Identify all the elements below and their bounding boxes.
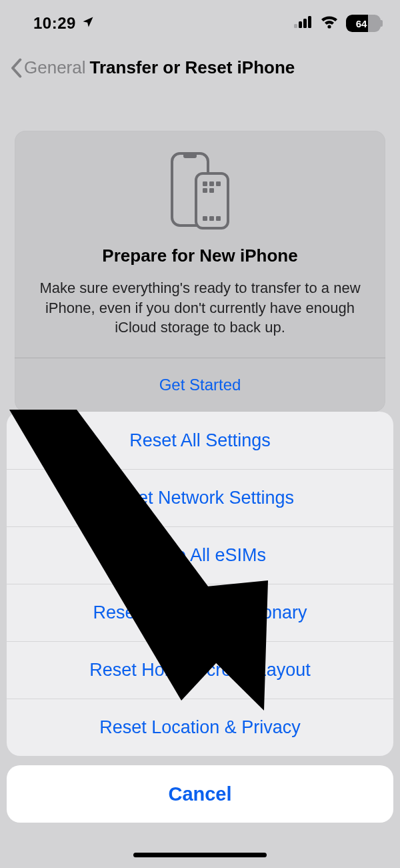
wifi-icon <box>321 15 338 31</box>
location-arrow-icon <box>81 14 95 33</box>
svg-rect-15 <box>216 216 221 221</box>
svg-rect-10 <box>216 181 221 186</box>
battery-icon: 64 <box>346 15 383 32</box>
reset-location-privacy-button[interactable]: Reset Location & Privacy <box>7 699 393 756</box>
battery-level: 64 <box>346 18 381 29</box>
prepare-title: Prepare for New iPhone <box>32 246 368 266</box>
svg-rect-6 <box>183 153 197 158</box>
nav-bar: General Transfer or Reset iPhone <box>0 57 400 78</box>
status-time: 10:29 <box>33 14 76 33</box>
svg-rect-2 <box>303 19 307 28</box>
reset-keyboard-dictionary-button[interactable]: Reset Keyboard Dictionary <box>7 584 393 641</box>
svg-rect-13 <box>203 216 207 221</box>
get-started-button[interactable]: Get Started <box>32 358 368 412</box>
svg-rect-14 <box>209 216 214 221</box>
cellular-icon <box>294 16 313 31</box>
delete-all-esims-button[interactable]: Delete All eSIMs <box>7 526 393 584</box>
chevron-left-icon <box>9 58 23 78</box>
reset-network-settings-button[interactable]: Reset Network Settings <box>7 469 393 526</box>
status-left: 10:29 <box>33 14 95 33</box>
action-sheet: Reset All Settings Reset Network Setting… <box>7 412 393 823</box>
svg-rect-11 <box>203 188 207 193</box>
status-bar: 10:29 64 <box>0 0 400 47</box>
two-phones-icon <box>32 151 368 231</box>
status-right: 64 <box>294 15 383 32</box>
back-label: General <box>24 57 86 78</box>
svg-rect-8 <box>203 181 207 186</box>
svg-point-4 <box>327 25 331 28</box>
prepare-card: Prepare for New iPhone Make sure everyth… <box>15 131 385 412</box>
svg-rect-1 <box>299 21 302 28</box>
reset-home-screen-layout-button[interactable]: Reset Home Screen Layout <box>7 641 393 699</box>
reset-all-settings-button[interactable]: Reset All Settings <box>7 412 393 469</box>
home-indicator[interactable] <box>133 853 267 857</box>
svg-rect-9 <box>209 181 214 186</box>
svg-rect-0 <box>294 24 297 28</box>
svg-rect-12 <box>209 188 214 193</box>
prepare-description: Make sure everything's ready to transfer… <box>32 278 368 338</box>
cancel-button[interactable]: Cancel <box>7 765 393 823</box>
back-button[interactable]: General <box>9 57 86 78</box>
svg-rect-3 <box>308 16 311 28</box>
page-title: Transfer or Reset iPhone <box>90 57 295 78</box>
